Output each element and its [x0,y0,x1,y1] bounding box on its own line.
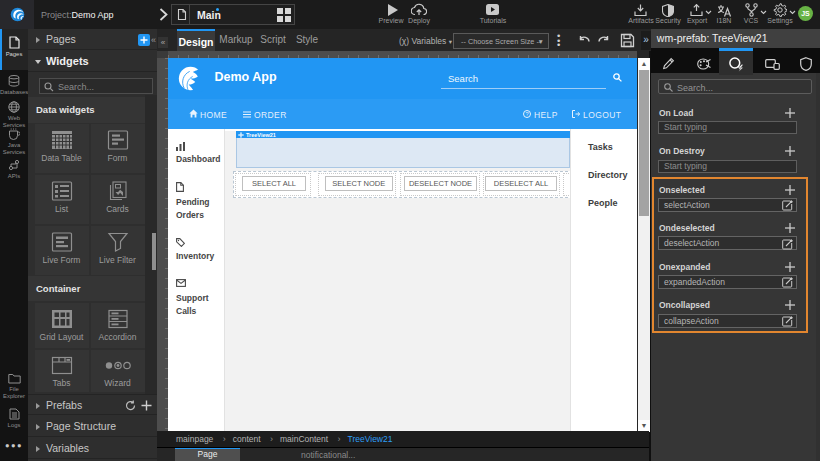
svg-text:?: ? [526,111,529,117]
